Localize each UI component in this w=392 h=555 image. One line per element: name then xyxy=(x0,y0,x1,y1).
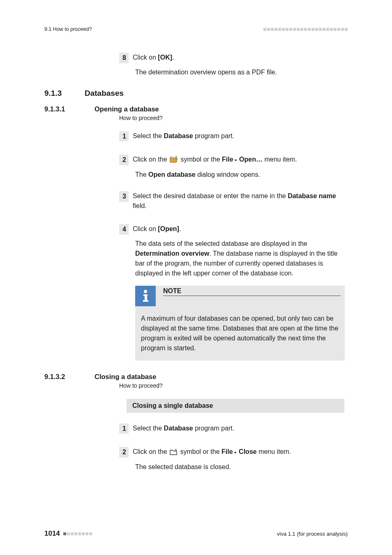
folder-close-icon xyxy=(170,448,178,458)
text: Click on the xyxy=(133,448,169,455)
header-section-label: 9.1 How to proceed? xyxy=(44,26,92,32)
text: program part. xyxy=(193,132,234,139)
step-text: Select the Database program part. xyxy=(133,131,234,141)
heading-title: Opening a database xyxy=(95,105,159,113)
ok-button-label: [OK] xyxy=(158,54,172,61)
step-number: 2 xyxy=(119,155,129,165)
note-box: NOTE A maximum of four databases can be … xyxy=(135,286,345,361)
text: Click on the xyxy=(133,156,169,163)
text: dialog window opens. xyxy=(196,171,260,178)
heading-number: 9.1.3 xyxy=(44,89,85,98)
menu-open: Open… xyxy=(239,156,263,163)
close-step-2-result: The selected database is closed. xyxy=(135,462,345,472)
step-number: 3 xyxy=(119,191,129,202)
text: Click on xyxy=(133,225,158,232)
dialog-name: Open database xyxy=(148,171,196,178)
step-8: 8 Click on [OK]. xyxy=(119,53,348,63)
open-step-4-result: The data sets of the selected database a… xyxy=(135,239,345,278)
step-number: 2 xyxy=(119,447,129,458)
step-number: 1 xyxy=(119,131,129,142)
text: . xyxy=(179,225,181,232)
heading-9-1-3: 9.1.3 Databases xyxy=(44,89,348,98)
text: The xyxy=(135,171,148,178)
step-text: Select the Database program part. xyxy=(133,423,234,433)
page-number-block: 1014 xyxy=(44,530,92,538)
footer-decoration xyxy=(63,532,92,535)
header-decoration xyxy=(263,28,348,31)
text: field. xyxy=(133,202,147,209)
menu-separator-icon: ▸ xyxy=(233,157,240,162)
subheading-question: How to proceed? xyxy=(119,382,348,389)
close-step-2: 2 Click on the symbol or the File ▸ Clos… xyxy=(119,447,348,458)
page-number: 1014 xyxy=(44,530,60,538)
heading-title: Closing a database xyxy=(95,373,156,381)
open-step-1: 1 Select the Database program part. xyxy=(119,131,348,142)
folder-open-icon xyxy=(170,156,178,166)
menu-separator-icon: ▸ xyxy=(233,450,239,454)
product-label: viva 1.1 (for process analysis) xyxy=(277,531,348,537)
menu-file: File xyxy=(221,448,233,455)
svg-rect-3 xyxy=(143,300,148,302)
note-header: NOTE xyxy=(135,286,345,306)
field-name: Database name xyxy=(288,192,336,199)
step-text: Click on [OK]. xyxy=(133,53,174,62)
heading-number: 9.1.3.1 xyxy=(44,105,95,113)
step-number: 4 xyxy=(119,224,129,235)
heading-9-1-3-1: 9.1.3.1 Opening a database xyxy=(44,105,348,113)
step-text: Click on [Open]. xyxy=(133,224,181,234)
database-label: Database xyxy=(164,425,193,432)
open-button-label: [Open] xyxy=(158,225,179,232)
page-header: 9.1 How to proceed? xyxy=(44,26,348,32)
text: The data sets of the selected database a… xyxy=(135,240,307,247)
text: symbol or the xyxy=(178,448,221,455)
step-number: 1 xyxy=(119,423,129,434)
note-title: NOTE xyxy=(163,287,341,296)
menu-file: File xyxy=(222,156,233,163)
open-step-4: 4 Click on [Open]. xyxy=(119,224,348,235)
subheading-question: How to proceed? xyxy=(119,115,348,121)
closing-single-db-heading: Closing a single database xyxy=(127,399,344,413)
step-number: 8 xyxy=(119,53,129,63)
heading-title: Databases xyxy=(85,89,124,98)
menu-close: Close xyxy=(239,448,257,455)
svg-rect-2 xyxy=(145,294,147,301)
text: Select the desired database or enter the… xyxy=(133,192,288,199)
text: . xyxy=(172,54,174,61)
text: Click on xyxy=(133,54,158,61)
text: menu item. xyxy=(257,448,291,455)
step-text: Click on the symbol or the File ▸ Open… … xyxy=(133,155,297,166)
page-footer: 1014 viva 1.1 (for process analysis) xyxy=(44,530,348,538)
step-text: Click on the symbol or the File ▸ Close … xyxy=(133,447,291,458)
step-text: Select the desired database or enter the… xyxy=(133,191,342,211)
text: Select the xyxy=(133,425,164,432)
svg-point-0 xyxy=(144,290,147,293)
step-8-result: The determination overview opens as a PD… xyxy=(135,67,345,77)
text: menu item. xyxy=(263,156,297,163)
text: program part. xyxy=(193,425,234,432)
open-step-3: 3 Select the desired database or enter t… xyxy=(119,191,348,211)
text: symbol or the xyxy=(179,156,222,163)
open-step-2-result: The Open database dialog window opens. xyxy=(135,170,345,180)
heading-9-1-3-2: 9.1.3.2 Closing a database xyxy=(44,373,348,381)
close-step-1: 1 Select the Database program part. xyxy=(119,423,348,434)
heading-number: 9.1.3.2 xyxy=(44,373,95,381)
text: Select the xyxy=(133,132,164,139)
note-title-wrap: NOTE xyxy=(156,286,345,306)
overview-name: Determination overview xyxy=(135,250,210,257)
note-body: A maximum of four databases can be opene… xyxy=(135,306,345,361)
info-icon xyxy=(135,286,156,306)
open-step-2: 2 Click on the symbol or the File ▸ Open… xyxy=(119,155,348,166)
database-label: Database xyxy=(164,132,193,139)
